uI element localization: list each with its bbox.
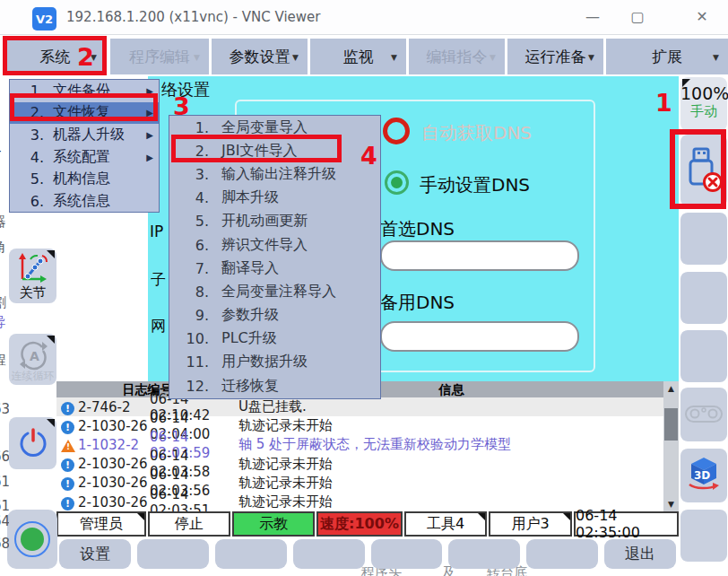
preferred-dns-input[interactable] — [380, 240, 579, 271]
power-icon — [18, 428, 48, 458]
status-mode-badge[interactable]: 示教 — [232, 511, 315, 537]
status-tool[interactable]: 工具4 — [404, 511, 487, 537]
blank-side-button[interactable] — [680, 330, 727, 382]
log-message: 轨迹记录未开始 — [238, 417, 663, 434]
title-bar[interactable]: V2 192.168.1.200 (x11vnc) - VNC Viewer —… — [0, 0, 728, 35]
bottom-button-row: 设置 退出 — [59, 539, 676, 569]
menu-item-robot-upgrade[interactable]: 3.机器人升级▶ — [10, 124, 159, 146]
annotation-box-jbi-import — [171, 135, 342, 162]
window-title: 192.168.1.200 (x11vnc) - VNC Viewer — [66, 0, 320, 34]
scroll-up-icon[interactable]: ▲ — [663, 381, 679, 396]
log-id: 2-1030-26 — [78, 418, 150, 434]
menu-item-mechanism-info[interactable]: 5.机构信息 — [10, 168, 159, 190]
start-ring-icon — [14, 521, 50, 557]
power-button[interactable] — [9, 417, 56, 469]
status-clock: 06-14 02:35:00 — [574, 511, 679, 537]
submenu-item-user-data-upgrade[interactable]: 11.用户数据升级 — [169, 351, 380, 374]
info-icon: ! — [61, 402, 74, 415]
continuous-loop-button[interactable]: A 连续循环 — [9, 334, 56, 385]
loop-button-label: 连续循环 — [9, 369, 56, 384]
menu-item-system-config[interactable]: 4.系统配置▶ — [10, 146, 159, 169]
log-row[interactable]: ! 2-1030-26 06-14 02:03:51 轨迹记录未开始 — [56, 493, 663, 511]
start-dot-icon — [21, 528, 44, 551]
log-row[interactable]: ! 2-1030-26 06-14 02:04:00 轨迹记录未开始 — [56, 416, 663, 435]
joint-mode-button[interactable]: 关节 — [9, 249, 56, 303]
radio-auto-dns-icon[interactable] — [383, 118, 410, 144]
3d-view-icon: 3D — [682, 452, 725, 495]
blank-button[interactable] — [448, 539, 520, 569]
caret-down-icon: ▼ — [194, 53, 200, 62]
submenu-item-script-upgrade[interactable]: 4.脚本升级 — [169, 187, 380, 210]
view-3d-button[interactable]: 3D — [680, 449, 727, 502]
edge-fragment: 64 — [0, 513, 9, 529]
submenu-item-global-var-comment-import[interactable]: 8.全局变量注释导入 — [169, 280, 380, 303]
log-message: 轨迹记录未开始 — [238, 456, 663, 473]
submenu-item-io-comment-upgrade[interactable]: 3.输入输出注释升级 — [169, 162, 380, 186]
menu-parameter-settings[interactable]: 参数设置 ▼ — [212, 39, 308, 74]
edge-fragment: 程 — [0, 352, 9, 369]
settings-button[interactable]: 设置 — [59, 539, 131, 569]
radio-manual-dns-icon[interactable] — [385, 170, 409, 195]
scrollbar-thumb[interactable] — [664, 408, 678, 441]
status-run-state[interactable]: 停止 — [148, 511, 230, 537]
log-time: 06-14 02:03:51 — [150, 486, 238, 511]
submenu-item-migration-restore[interactable]: 12.迁移恢复 — [169, 374, 380, 397]
info-icon: ! — [61, 497, 74, 511]
blank-side-button[interactable] — [680, 213, 727, 265]
status-user-level[interactable]: 管理员 — [56, 511, 146, 537]
log-row[interactable]: ! 2-746-2 06-14 02:10:42 U盘已挂载. — [56, 397, 663, 416]
log-row[interactable]: ! 2-1030-26 06-14 02:03:58 轨迹记录未开始 — [56, 455, 663, 474]
mode-value: 手动 — [680, 103, 727, 120]
log-id: 2-1030-26 — [78, 494, 150, 511]
submenu-arrow-icon: ▶ — [146, 130, 153, 140]
log-id: 2-1030-26 — [78, 475, 150, 491]
submenu-item-translation-import[interactable]: 7.翻译导入 — [169, 257, 380, 280]
blank-button[interactable] — [371, 539, 443, 569]
menu-monitor[interactable]: 监视 ▼ — [310, 39, 406, 74]
caret-down-icon: ▼ — [292, 53, 299, 62]
menu-run-prepare[interactable]: 运行准备 ▼ — [507, 39, 603, 74]
log-table: 日志编号 信息 ! 2-746-2 06-14 02:10:42 U盘已挂载. … — [56, 381, 663, 511]
close-icon[interactable]: ✕ — [690, 0, 714, 34]
3d-cube-label: 3D — [694, 469, 710, 482]
status-user-frame[interactable]: 用户3 — [489, 511, 572, 537]
blank-button[interactable] — [526, 539, 598, 569]
submenu-item-identify-file-import[interactable]: 6.辨识文件导入 — [169, 233, 380, 257]
loop-cycle-icon: A — [15, 337, 51, 373]
log-row[interactable]: ! 2-1030-26 06-14 02:03:56 轨迹记录未开始 — [56, 474, 663, 493]
log-row[interactable]: ! 1-1032-2 06-14 02:03:59 轴 5 处于屏蔽状态，无法重… — [56, 435, 663, 454]
minimize-icon[interactable]: — — [581, 0, 604, 34]
speed-mode-button[interactable]: 100% 手动 — [680, 77, 727, 131]
blank-button[interactable] — [137, 539, 209, 569]
annotation-number-4: 4 — [360, 142, 377, 170]
manual-dns-label: 手动设置DNS — [420, 173, 530, 197]
log-scrollbar[interactable]: ▲ ▼ — [663, 381, 679, 511]
backup-dns-input[interactable] — [380, 321, 579, 352]
robot-arm-icon — [16, 250, 48, 284]
caret-down-icon: ▼ — [588, 53, 594, 62]
submenu-item-plc-upgrade[interactable]: 10.PLC升级 — [169, 327, 380, 351]
edge-fragment: 68 — [0, 536, 9, 552]
exit-button[interactable]: 退出 — [604, 539, 676, 569]
game-controller-icon — [683, 399, 724, 430]
controller-button[interactable] — [680, 388, 727, 441]
submenu-item-boot-animation-update[interactable]: 5.开机动画更新 — [169, 210, 380, 233]
submenu-item-parameter-upgrade[interactable]: 9.参数升级 — [169, 304, 380, 327]
submenu-arrow-icon: ▶ — [146, 153, 153, 162]
menu-extension[interactable]: 扩展 ▼ — [606, 39, 728, 74]
blank-side-button[interactable] — [680, 272, 727, 324]
blank-button[interactable] — [215, 539, 287, 569]
maximize-icon[interactable]: ▢ — [626, 0, 649, 34]
annotation-number-3: 3 — [173, 92, 190, 120]
blank-button[interactable] — [293, 539, 365, 569]
log-message: 轨迹记录未开始 — [238, 475, 663, 492]
edge-fragment: 66 — [0, 449, 9, 465]
start-button[interactable] — [7, 510, 57, 569]
status-speed-badge[interactable]: 速度:100% — [316, 511, 403, 537]
vnc-logo: V2 — [32, 7, 56, 31]
annotation-box-file-restore — [10, 93, 158, 121]
caret-down-icon: ▼ — [391, 53, 397, 62]
log-id: 2-746-2 — [78, 399, 150, 415]
blank-side-button[interactable] — [680, 510, 727, 562]
menu-item-system-info[interactable]: 6.系统信息 — [10, 190, 159, 213]
